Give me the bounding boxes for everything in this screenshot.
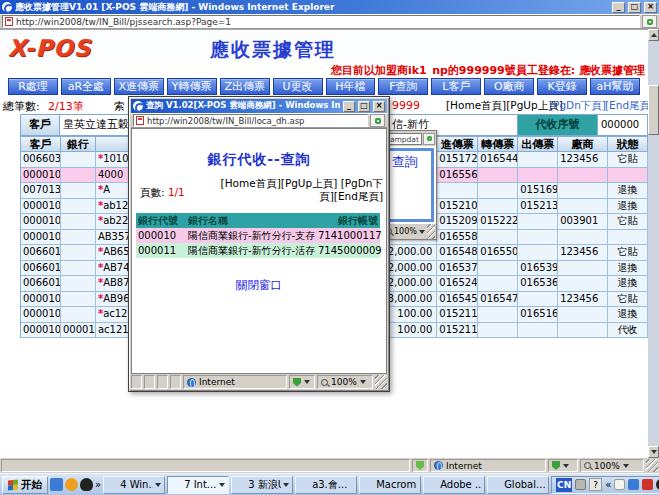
close-button[interactable]: × xyxy=(644,2,657,13)
bank-account: 7145000009 xyxy=(318,243,380,258)
menu-button[interactable]: H年檔 xyxy=(326,78,376,95)
cell-out-voucher: 015169 xyxy=(518,183,558,199)
scrollbar-thumb[interactable] xyxy=(648,85,659,135)
task-app-icon xyxy=(427,479,438,490)
menu-button[interactable]: X進傳票 xyxy=(114,78,164,95)
quicklaunch-qq-icon[interactable] xyxy=(80,478,93,491)
nav-home-pgup[interactable]: [Home首頁][PgUp上頁] xyxy=(446,99,563,113)
popup-nav-links[interactable]: [Home首頁][PgUp上頁] [PgDn下頁][End尾頁] xyxy=(218,177,383,203)
menu-button[interactable]: L客戶 xyxy=(431,78,481,95)
popup-address-input[interactable]: http://win2008/tw/IN_Bill/loca_dh.asp xyxy=(133,114,368,127)
popup-maximize-button[interactable]: □ xyxy=(358,101,370,112)
task-label: 4 Win... xyxy=(120,479,153,490)
task-app-icon xyxy=(235,479,246,490)
cell-status xyxy=(608,168,648,184)
popup-status-bar: Internet 100% xyxy=(131,374,387,389)
cell-customer: 000010 xyxy=(21,199,61,215)
task-button[interactable]: 7 Int... xyxy=(167,476,229,494)
task-button[interactable]: Adobe ... xyxy=(423,476,485,494)
col-status: 狀態 xyxy=(608,136,648,152)
language-indicator[interactable]: CN xyxy=(556,478,572,492)
start-label: 开始 xyxy=(21,478,42,492)
task-button[interactable]: Macrom... xyxy=(359,476,421,494)
menu-button[interactable]: U更改 xyxy=(273,78,323,95)
task-button[interactable]: Global... xyxy=(487,476,549,494)
popup-go-button[interactable] xyxy=(370,114,385,127)
page-label: 頁數: xyxy=(140,186,165,198)
quicklaunch-ie-icon[interactable] xyxy=(50,478,63,491)
xpos-logo: X-POS xyxy=(8,35,91,61)
screen: 應收票據管理V1.01 [X-POS 雲端商務網] - Windows Inte… xyxy=(0,0,659,495)
customer-filter-label: 客戶 xyxy=(20,114,60,136)
menu-button[interactable]: aH幫助 xyxy=(590,78,640,95)
collect-seq-value[interactable]: 000000 xyxy=(597,114,648,136)
mini-go-button[interactable] xyxy=(423,133,435,145)
task-label: 3 新浪UC xyxy=(248,478,281,492)
bank-row[interactable]: 000011 陽信商業銀行-新竹分行-活存 7145000009 xyxy=(136,243,380,258)
task-app-icon xyxy=(299,479,310,490)
zoom-control[interactable]: 100% xyxy=(580,459,644,472)
task-button[interactable]: a3.會... xyxy=(295,476,357,494)
messenger-icon[interactable] xyxy=(628,479,639,490)
address-input[interactable]: http://win2008/tw/IN_Bill/pjssearch.asp?… xyxy=(2,15,640,28)
popup-close-button[interactable]: × xyxy=(373,101,385,112)
close-window-link[interactable]: 關閉窗口 xyxy=(132,278,386,293)
minimize-button[interactable]: _ xyxy=(612,2,625,13)
scroll-up-button[interactable] xyxy=(648,29,659,41)
menu-button[interactable]: aR全處 xyxy=(61,78,111,95)
mini-address-input[interactable]: tampdat xyxy=(385,133,422,145)
network-icon[interactable] xyxy=(642,479,653,490)
main-titlebar[interactable]: 應收票據管理V1.01 [X-POS 雲端商務網] - Windows Inte… xyxy=(0,0,659,14)
scroll-down-button[interactable] xyxy=(648,446,659,458)
page-value: 1/1 xyxy=(168,186,185,198)
menu-button[interactable]: O廠商 xyxy=(484,78,534,95)
phishing-filter[interactable] xyxy=(548,459,578,472)
mini-query-panel[interactable]: 查詢 xyxy=(386,148,434,222)
task-label: Macrom... xyxy=(376,479,417,490)
note-icon[interactable] xyxy=(614,479,625,490)
quicklaunch-messenger-icon[interactable] xyxy=(65,478,78,491)
cell-in-voucher: 016556 xyxy=(437,168,478,184)
start-button[interactable]: 开始 xyxy=(2,476,48,494)
quicklaunch-overflow-chevron[interactable]: » xyxy=(95,479,101,490)
cell-transfer-voucher xyxy=(478,323,518,339)
bank-row[interactable]: 000010 陽信商業銀行-新竹分行-支存 7141000117 xyxy=(136,228,380,243)
help-icon[interactable]: ? xyxy=(589,478,602,491)
menu-button[interactable]: Z出傳票 xyxy=(220,78,270,95)
dropdown-icon xyxy=(360,380,366,384)
cell-status: 退換 xyxy=(608,199,648,215)
cell-vendor xyxy=(558,307,608,323)
menu-button[interactable]: Y轉傳票 xyxy=(167,78,217,95)
vertical-scrollbar[interactable] xyxy=(648,29,659,458)
popup-phishing-filter[interactable] xyxy=(289,375,315,389)
popup-minimize-button[interactable]: _ xyxy=(343,101,355,112)
cell-transfer-voucher: 015222 xyxy=(478,214,518,230)
resize-grip[interactable] xyxy=(427,224,435,239)
main-address-bar: http://win2008/tw/IN_Bill/pjssearch.asp?… xyxy=(0,14,659,29)
system-tray: CN ? « 17:46 xyxy=(551,476,659,494)
resize-grip[interactable] xyxy=(646,459,658,472)
col-out-voucher: 出傳票 xyxy=(518,136,558,152)
menu-button[interactable]: F查詢 xyxy=(378,78,428,95)
task-button[interactable]: 3 新浪UC xyxy=(231,476,293,494)
popup-titlebar[interactable]: 查詢 V1.02[X-POS 雲端商務網] - Windows Intern..… xyxy=(131,99,387,113)
tray-collapse-chevron[interactable]: « xyxy=(605,479,611,490)
go-button[interactable] xyxy=(642,15,657,28)
popup-body: 銀行代收--查詢 頁數: 1/1 [Home首頁][PgUp上頁] [PgDn下… xyxy=(131,128,387,374)
maximize-button[interactable]: □ xyxy=(628,2,641,13)
popup-zoom-control[interactable]: 100% xyxy=(317,375,373,389)
menu-button[interactable]: R處理 xyxy=(8,78,58,95)
cell-in-voucher: 015211 xyxy=(437,307,478,323)
cell-vendor: 123456 xyxy=(558,152,608,168)
resize-grip[interactable] xyxy=(375,375,387,389)
nav-pgdn-link[interactable]: [PgDn下頁] xyxy=(549,99,606,113)
cell-status: 退換 xyxy=(608,183,648,199)
col-bank-name: 銀行名稱 xyxy=(188,213,318,228)
task-button[interactable]: 4 Win... xyxy=(103,476,165,494)
cell-status: 它貼 xyxy=(608,214,648,230)
bank-query-popup: 查詢 V1.02[X-POS 雲端商務網] - Windows Intern..… xyxy=(128,96,390,392)
menu-button[interactable]: K登錄 xyxy=(537,78,587,95)
nav-end-link[interactable]: [End尾頁] xyxy=(605,99,648,113)
printer-icon[interactable] xyxy=(575,479,586,490)
dropdown-icon xyxy=(304,380,310,384)
